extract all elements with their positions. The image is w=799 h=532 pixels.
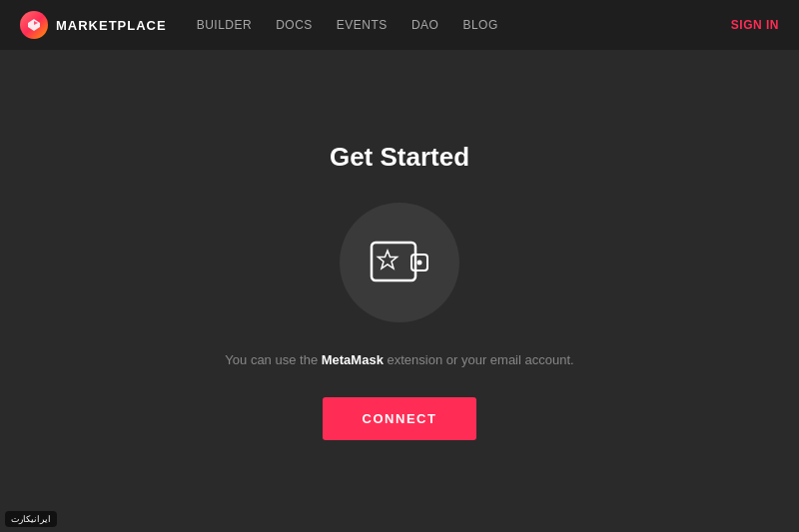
description-before: You can use the — [225, 352, 321, 367]
watermark-text: ایرانیکارت — [11, 514, 51, 524]
logo-svg — [26, 17, 42, 33]
description-after: extension or your email account. — [384, 352, 574, 367]
wallet-icon-circle — [340, 203, 459, 322]
nav-links: BUILDER DOCS EVENTS DAO BLOG — [197, 18, 779, 32]
logo-icon — [20, 11, 48, 39]
signin-button[interactable]: SIGN IN — [731, 18, 779, 32]
wallet-svg-icon — [370, 239, 429, 286]
description-text: You can use the MetaMask extension or yo… — [225, 352, 573, 367]
nav-link-dao[interactable]: DAO — [411, 18, 439, 32]
metamask-highlight: MetaMask — [322, 352, 384, 367]
nav-logo[interactable]: MARKETPLACE — [20, 11, 167, 39]
svg-marker-3 — [379, 251, 398, 268]
nav-link-blog[interactable]: BLOG — [462, 18, 497, 32]
svg-rect-2 — [372, 243, 415, 280]
svg-point-5 — [417, 261, 422, 266]
connect-button[interactable]: CONNECT — [323, 397, 477, 440]
navbar: MARKETPLACE BUILDER DOCS EVENTS DAO BLOG… — [0, 0, 799, 50]
nav-link-builder[interactable]: BUILDER — [197, 18, 253, 32]
brand-name: MARKETPLACE — [56, 18, 167, 33]
watermark: ایرانیکارت — [5, 511, 57, 527]
nav-link-events[interactable]: EVENTS — [337, 18, 388, 32]
nav-link-docs[interactable]: DOCS — [276, 18, 313, 32]
page-title: Get Started — [330, 142, 469, 173]
main-content: Get Started You can use the MetaMask ext… — [0, 50, 799, 532]
